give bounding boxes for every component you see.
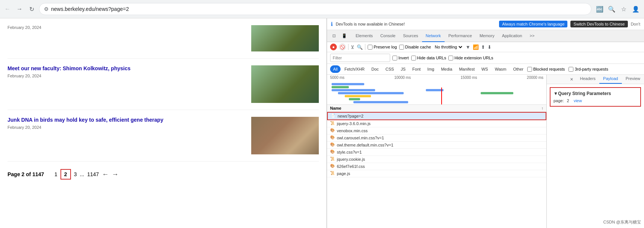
type-btn-ws[interactable]: WS [478,65,491,73]
network-row[interactable]: 📜 jquery.cookie.js [327,156,546,163]
tab-more[interactable]: >> [526,30,538,42]
disable-cache-checkbox[interactable]: Disable cache [399,45,431,50]
type-btn-all[interactable]: All [330,65,341,73]
search-icon[interactable]: 🔍 [357,44,363,50]
network-row[interactable]: 🎨 626ef7e61f.css [327,163,546,170]
url-text: news.berkeley.edu/news?page=2 [51,6,129,12]
type-btn-manifest[interactable]: Manifest [456,65,478,73]
type-btn-other[interactable]: Other [510,65,526,73]
tab-network[interactable]: Network [422,30,445,42]
preserve-log-label: Preserve log [374,45,397,49]
news-date: February 20, 2024 [8,125,244,130]
tab-console[interactable]: Console [377,30,399,42]
preserve-log-input[interactable] [368,45,373,50]
match-language-button[interactable]: Always match Chrome's language [499,21,567,27]
search-icon[interactable]: 🔍 [606,4,617,14]
disable-cache-label: Disable cache [405,45,431,49]
timeline-red-line [441,88,442,104]
type-filters: All Fetch/XHR Doc CSS JS Font Img Media … [327,64,644,75]
upload-icon[interactable]: ⬆ [481,44,485,50]
profile-icon[interactable]: 👤 [630,4,641,14]
tab-performance[interactable]: Performance [445,30,476,42]
download-icon[interactable]: ⬇ [487,44,492,50]
hide-ext-urls-checkbox[interactable]: Hide extension URLs [448,56,493,60]
tab-elements[interactable]: Elements [352,30,377,42]
network-row[interactable]: 📜 jquery-3.6.0.min.js [327,120,546,127]
type-btn-font[interactable]: Font [409,65,424,73]
wifi-icon[interactable]: 📶 [473,44,479,50]
row-name: owl.carousel.min.css?v=1 [337,136,543,140]
invert-checkbox[interactable]: Invert [392,56,409,60]
scroll-indicator: ↑ [541,106,544,110]
type-btn-css[interactable]: CSS [383,65,397,73]
timeline-label-1: 5000 ms [330,75,344,80]
watermark: CSDN @东离与糖宝 [603,219,641,225]
network-row[interactable]: 📜 page.js [327,170,546,177]
network-row[interactable]: 📄 news?page=2 [327,112,546,120]
dont-button[interactable]: Don't [631,22,640,26]
forward-button[interactable]: → [15,5,24,14]
list-item: Meet our new faculty: Shimon Kolkowitz, … [8,59,319,110]
inspect-icon[interactable]: ⊡ [329,32,338,41]
type-btn-wasm[interactable]: Wasm [492,65,510,73]
current-page-box: 2 [60,169,71,180]
address-bar[interactable]: ⚙ news.berkeley.edu/news?page=2 [39,3,591,15]
type-btn-fetch[interactable]: Fetch/XHR [341,65,368,73]
type-btn-doc[interactable]: Doc [368,65,382,73]
timeline-label-4: 20000 ms [527,75,543,80]
filter-icon[interactable]: ⊻ [351,44,354,50]
close-panel-button[interactable]: × [567,75,576,84]
right-tab-payload[interactable]: Payload [599,75,622,84]
network-row[interactable]: 🎨 owl.carousel.min.css?v=1 [327,134,546,142]
blocked-requests-checkbox[interactable]: Blocked requests [527,67,565,72]
device-icon[interactable]: 📱 [340,32,349,41]
view-link[interactable]: view [574,98,582,103]
doc-icon: 📄 [331,113,336,119]
tab-memory[interactable]: Memory [476,30,498,42]
network-row[interactable]: 🎨 owl.theme.default.min.css?v=1 [327,142,546,149]
disable-cache-input[interactable] [399,45,404,50]
network-header: Name ↑ [327,105,546,112]
preserve-log-checkbox[interactable]: Preserve log [368,45,397,50]
filter-input[interactable] [330,54,390,62]
switch-to-chinese-button[interactable]: Switch DevTools to Chinese [570,21,627,27]
css-icon: 🎨 [330,164,335,169]
hide-ext-urls-label: Hide extension URLs [454,56,493,60]
type-btn-js[interactable]: JS [398,65,409,73]
reload-button[interactable]: ↻ [27,5,36,14]
bookmark-icon[interactable]: ☆ [618,4,629,14]
next-page-button[interactable]: → [112,171,118,178]
hide-data-urls-checkbox[interactable]: Hide data URLs [411,56,446,60]
css-icon: 🎨 [330,142,335,148]
js-icon: 📜 [330,121,335,126]
css-icon: 🎨 [330,135,335,140]
right-panel-content: ▼Query String Parameters page: 2 view [547,84,644,228]
page-last[interactable]: 1147 [87,171,99,177]
row-name: 626ef7e61f.css [337,164,543,169]
query-section-title: ▼Query String Parameters [554,91,637,96]
timeline-label-3: 15000 ms [461,75,477,80]
type-btn-media[interactable]: Media [438,65,455,73]
page-1[interactable]: 1 [54,171,57,177]
right-tab-headers[interactable]: Headers [576,75,600,84]
right-tab-preview[interactable]: Preview [622,75,644,84]
tab-application[interactable]: Application [498,30,526,42]
page-3[interactable]: 3 [74,171,77,177]
throttle-select[interactable]: No throttling [433,44,463,50]
news-title[interactable]: Meet our new faculty: Shimon Kolkowitz, … [8,65,244,71]
third-party-checkbox[interactable]: 3rd-party requests [569,67,608,72]
back-button[interactable]: ← [3,5,12,14]
tab-sources[interactable]: Sources [399,30,422,42]
news-title[interactable]: Junk DNA in birds may hold key to safe, … [8,117,244,123]
devtools-icon-buttons: ⊡ 📱 [329,32,349,41]
list-item: Junk DNA in birds may hold key to safe, … [8,110,319,162]
translate-icon[interactable]: 🔤 [594,4,605,14]
network-row[interactable]: 🎨 style.css?v=1 [327,149,546,156]
timeline-label-2: 10000 ms [394,75,411,80]
prev-page-button[interactable]: ← [102,171,109,178]
throttle-down-icon[interactable]: ▼ [466,44,471,50]
type-btn-img[interactable]: Img [424,65,437,73]
clear-button[interactable]: 🚫 [339,44,346,50]
record-button[interactable]: ● [330,44,337,50]
network-row[interactable]: 🎨 venobox.min.css [327,127,546,134]
